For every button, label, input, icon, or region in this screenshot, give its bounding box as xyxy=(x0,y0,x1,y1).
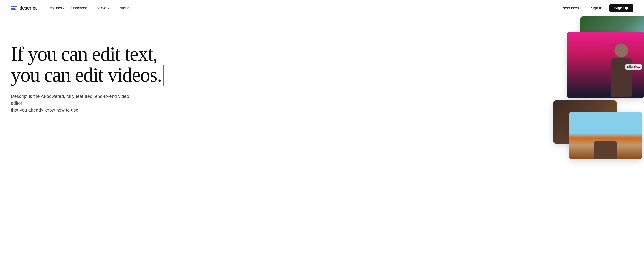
person-bg: Like th... xyxy=(567,32,644,96)
hero-section: If you can edit text, you can edit video… xyxy=(0,16,644,264)
person-photo: Like th... xyxy=(567,32,644,98)
sign-in-button[interactable]: Sign In xyxy=(587,4,606,12)
chevron-down-icon-resources: ▾ xyxy=(580,7,581,9)
nav-link-pricing[interactable]: Pricing xyxy=(116,4,132,12)
nav-item-for-work: For Work ▾ xyxy=(92,4,114,12)
hero-subtext-line2: that you already know how to use. xyxy=(11,107,80,112)
nav-label-features: Features xyxy=(48,6,62,10)
hero-images: Like th... xyxy=(526,16,644,264)
nav-link-underlord[interactable]: Underlord xyxy=(68,4,90,12)
logo-text: descript xyxy=(20,6,36,11)
chevron-down-icon-work: ▾ xyxy=(110,7,111,9)
hero-subtext-line1: Descript is the AI-powered, fully featur… xyxy=(11,94,129,106)
hero-image-card-3 xyxy=(553,100,617,144)
chevron-down-icon: ▾ xyxy=(63,7,64,9)
hero-headline-line1: If you can edit text, xyxy=(11,43,157,65)
nav-link-for-work[interactable]: For Work ▾ xyxy=(92,4,114,12)
nav-label-underlord: Underlord xyxy=(71,6,87,10)
navbar-right: Resources ▾ Sign In Sign Up xyxy=(558,4,633,13)
text-cursor xyxy=(162,65,164,86)
nav-item-underlord: Underlord xyxy=(68,4,90,12)
logo-bar-3 xyxy=(11,9,16,10)
hero-content: If you can edit text, you can edit video… xyxy=(11,35,197,113)
hero-image-card-1 xyxy=(580,16,644,53)
nav-item-features: Features ▾ xyxy=(45,4,66,12)
navbar: descript Features ▾ Underlord For Work ▾ xyxy=(0,0,644,16)
nav-label-pricing: Pricing xyxy=(118,6,130,10)
hero-image-card-2: Like th... xyxy=(567,32,644,98)
logo-bar-1 xyxy=(11,6,17,7)
rock-silhouette xyxy=(594,141,617,159)
sign-up-button[interactable]: Sign Up xyxy=(610,4,633,13)
logo[interactable]: descript xyxy=(11,6,36,11)
nav-link-resources[interactable]: Resources ▾ xyxy=(558,4,583,12)
navbar-left: descript Features ▾ Underlord For Work ▾ xyxy=(11,4,132,12)
hero-subtext: Descript is the AI-powered, fully featur… xyxy=(11,93,138,113)
hero-image-card-4 xyxy=(569,112,642,159)
nav-item-pricing: Pricing xyxy=(116,4,132,12)
nav-label-resources: Resources xyxy=(561,6,578,10)
hero-headline: If you can edit text, you can edit video… xyxy=(11,44,197,86)
descript-logo-icon xyxy=(11,6,17,10)
card-overlay-text: Like th... xyxy=(625,64,642,70)
hero-headline-line2: you can edit videos. xyxy=(11,64,162,86)
logo-bar-2 xyxy=(11,8,16,9)
nav-label-for-work: For Work xyxy=(94,6,109,10)
nav-links: Features ▾ Underlord For Work ▾ Pricing xyxy=(45,4,132,12)
nav-link-features[interactable]: Features ▾ xyxy=(45,4,66,12)
person-figure xyxy=(608,44,635,96)
